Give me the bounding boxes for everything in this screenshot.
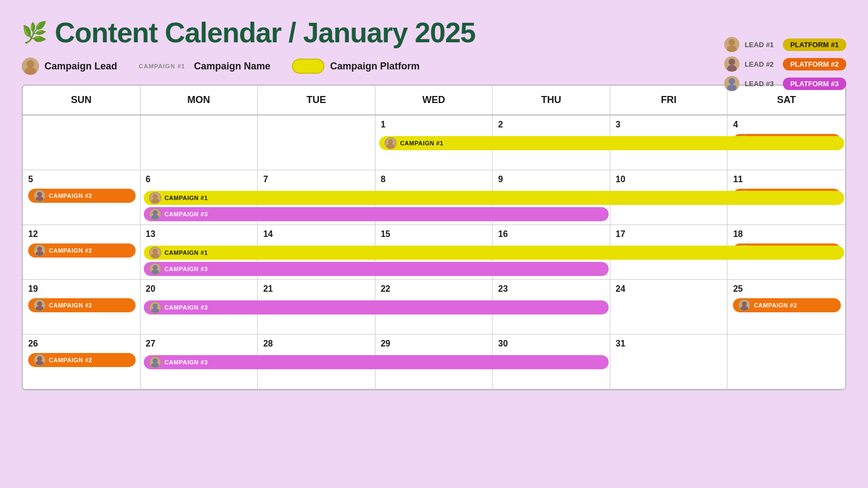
cal-row-3: 12 CAMPAIGN #2 13 14 15 (23, 225, 845, 280)
day-number-8: 8 (381, 175, 488, 184)
day-number-17: 17 (616, 229, 723, 239)
cal-cell-jan11: 11 CAMPAIGN #2 (727, 170, 845, 224)
cal-cell-jan19: 19 CAMPAIGN #2 (23, 280, 141, 334)
logo-icon: 🌿 (22, 21, 47, 44)
svg-point-23 (741, 251, 749, 256)
side-lead-avatar-3 (724, 76, 739, 91)
svg-point-3 (727, 46, 737, 52)
svg-point-29 (36, 306, 44, 311)
cal-cell-jan25: 25 CAMPAIGN #2 (727, 280, 845, 334)
cal-cell-jan24: 24 (610, 280, 728, 334)
side-lead-label-2: LEAD #2 (745, 60, 777, 68)
svg-point-20 (37, 247, 42, 252)
day-number-30: 30 (498, 339, 605, 349)
campaign-bar-jan19: CAMPAIGN #2 (28, 298, 136, 312)
cal-cell-empty-2 (141, 115, 258, 170)
svg-point-12 (37, 192, 42, 197)
day-number-9: 9 (498, 175, 605, 184)
side-platform-badge-3: PLATFORM #3 (783, 78, 846, 90)
cal-cell-jan17: 17 (610, 225, 728, 279)
side-platform-badge-1: PLATFORM #1 (783, 38, 846, 51)
cal-cell-jan18: 18 CAMPAIGN #2 (727, 225, 845, 279)
day-number-19: 19 (28, 284, 136, 294)
platform-color-swatch (292, 59, 324, 74)
side-legend: LEAD #1 PLATFORM #1 LEAD #2 PLATFORM #2 … (724, 37, 846, 91)
calendar-header: SUN MON TUE WED THU FRI SAT (23, 86, 845, 115)
cal-cell-jan15: 15 (375, 225, 493, 279)
cal-cell-jan30: 30 (493, 335, 610, 389)
cal-cell-jan9: 9 (493, 170, 610, 224)
day-header-mon: MON (141, 86, 258, 114)
cal-cell-jan7: 7 (258, 170, 375, 224)
day-number-4: 4 (733, 120, 841, 130)
day-header-fri: FRI (610, 86, 728, 114)
day-number-29: 29 (381, 339, 488, 349)
svg-point-34 (37, 356, 42, 361)
day-number-31: 31 (616, 339, 723, 349)
cal-row-wrapper-5: 26 CAMPAIGN #2 27 28 29 (23, 335, 845, 389)
bar-avatar (34, 299, 46, 311)
cal-row-4: 19 CAMPAIGN #2 20 21 22 (23, 280, 845, 335)
campaign-bar-jan26: CAMPAIGN #2 (28, 353, 136, 367)
cal-cell-jan8: 8 (375, 170, 493, 224)
day-number-14: 14 (263, 229, 371, 239)
day-number-10: 10 (616, 175, 723, 184)
side-lead-avatar-1 (724, 37, 739, 52)
day-number-7: 7 (263, 175, 371, 184)
svg-point-35 (36, 361, 44, 366)
bar-avatar (738, 245, 750, 256)
day-header-thu: THU (493, 86, 610, 114)
cal-cell-jan5: 5 CAMPAIGN #2 (23, 170, 141, 224)
side-legend-item-3: LEAD #3 PLATFORM #3 (724, 76, 846, 91)
bar-avatar (34, 190, 46, 202)
campaign-bar-jan5: CAMPAIGN #2 (28, 189, 136, 203)
cal-cell-jan29: 29 (375, 335, 493, 389)
day-number-21: 21 (263, 284, 371, 294)
cal-cell-jan1: 1 (375, 115, 493, 170)
cal-cell-empty-end (727, 335, 845, 389)
legend-platform-label: Campaign Platform (330, 61, 419, 72)
cal-cell-jan4: 4 CAMPAIGN #2 (727, 115, 845, 170)
bar-avatar (738, 190, 750, 202)
cal-cell-jan23: 23 (493, 280, 610, 334)
day-number-24: 24 (616, 284, 723, 294)
svg-point-30 (742, 301, 747, 306)
side-platform-badge-2: PLATFORM #2 (783, 58, 846, 70)
campaign-bar-jan4: CAMPAIGN #2 (733, 134, 841, 148)
campaign-bar-jan11: CAMPAIGN #2 (733, 189, 841, 203)
day-number-6: 6 (146, 175, 253, 184)
svg-point-28 (37, 301, 42, 306)
svg-point-8 (742, 137, 747, 142)
day-number-26: 26 (28, 339, 136, 349)
legend-campaign-lead: Campaign Lead (22, 57, 117, 75)
day-number-5: 5 (28, 175, 136, 184)
day-number-20: 20 (146, 284, 253, 294)
cal-row-wrapper-1: 1 2 3 4 CAMPAIGN #2 (23, 115, 845, 170)
cal-cell-jan20: 20 (141, 280, 258, 334)
legend-campaign-name-label: Campaign Name (194, 61, 270, 72)
cal-cell-jan28: 28 (258, 335, 375, 389)
day-number-2: 2 (498, 120, 605, 130)
cal-row-1: 1 2 3 4 CAMPAIGN #2 (23, 115, 845, 170)
side-lead-avatar-2 (724, 56, 739, 72)
svg-point-6 (729, 78, 735, 85)
cal-cell-empty-3 (258, 115, 375, 170)
page: 🌿 Content Calendar / January 2025 Campai… (0, 0, 868, 488)
legend-lead-avatar (22, 57, 39, 75)
day-number-22: 22 (381, 284, 488, 294)
svg-point-21 (36, 251, 44, 256)
side-legend-item-1: LEAD #1 PLATFORM #1 (724, 37, 846, 52)
cal-cell-jan26: 26 CAMPAIGN #2 (23, 335, 141, 389)
svg-point-9 (741, 142, 749, 147)
cal-cell-jan27: 27 (141, 335, 258, 389)
day-number-28: 28 (263, 339, 371, 349)
day-number-16: 16 (498, 229, 605, 239)
cal-cell-jan14: 14 (258, 225, 375, 279)
svg-point-7 (727, 85, 737, 91)
campaign-bar-jan12: CAMPAIGN #2 (28, 243, 136, 258)
cal-cell-jan22: 22 (375, 280, 493, 334)
bar-avatar (34, 245, 46, 256)
day-number-1: 1 (381, 120, 488, 130)
legend-row: Campaign Lead CAMPAIGN #1 Campaign Name … (22, 57, 846, 75)
svg-point-15 (741, 196, 749, 202)
